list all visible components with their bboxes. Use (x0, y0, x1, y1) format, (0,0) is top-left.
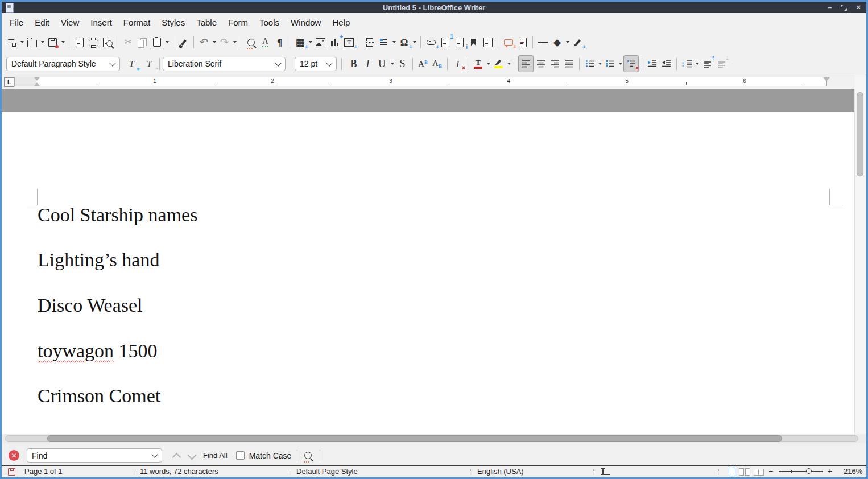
update-style-button[interactable]: T● (125, 56, 139, 72)
show-draw-functions-button[interactable]: + (571, 34, 585, 50)
font-name-combobox[interactable]: Liberation Serif (163, 57, 286, 71)
copy-button[interactable] (135, 34, 150, 50)
page-style-status[interactable]: Default Page Style (296, 467, 358, 476)
underline-dropdown[interactable] (389, 56, 395, 72)
vertical-scrollbar[interactable] (854, 89, 866, 434)
paragraph[interactable]: Lighting’s hand (38, 249, 159, 271)
new-document-dropdown[interactable] (19, 34, 25, 50)
match-case-checkbox[interactable] (236, 451, 245, 460)
redo-dropdown[interactable] (232, 34, 238, 50)
new-style-button[interactable]: T▫ (142, 56, 156, 72)
font-size-combobox[interactable]: 12 pt (295, 57, 337, 71)
new-document-button[interactable] (5, 34, 19, 50)
horizontal-scrollbar[interactable] (2, 434, 866, 443)
first-line-indent-marker[interactable] (34, 77, 40, 81)
find-input[interactable]: Find (27, 448, 162, 463)
cut-button[interactable]: ✂ (121, 34, 135, 50)
find-all-button[interactable]: Find All (203, 451, 228, 460)
horizontal-scrollbar-thumb[interactable] (47, 435, 782, 442)
right-indent-marker[interactable] (823, 77, 830, 81)
line-spacing-button[interactable]: ↕ (680, 56, 694, 72)
insert-endnote-button[interactable]: i (452, 34, 466, 50)
insert-textbox-button[interactable]: T+ (342, 34, 356, 50)
menu-item-styles[interactable]: Styles (156, 15, 191, 30)
tab-stop-selector[interactable]: L (4, 77, 14, 87)
redo-button[interactable]: ↷ (217, 34, 232, 50)
strikethrough-button[interactable]: S (395, 56, 410, 72)
print-button[interactable] (86, 34, 101, 50)
ordered-list-button[interactable] (603, 56, 617, 72)
insert-image-button[interactable] (313, 34, 328, 50)
horizontal-ruler[interactable]: 1 2 3 4 5 6 (14, 77, 827, 86)
find-and-replace-button[interactable] (304, 452, 312, 459)
save-button[interactable] (46, 34, 60, 50)
increase-paragraph-spacing-button[interactable]: ⇡ (700, 56, 714, 72)
zoom-out-button[interactable]: − (768, 466, 773, 476)
menu-item-insert[interactable]: Insert (85, 15, 118, 30)
menu-item-edit[interactable]: Edit (29, 15, 55, 30)
highlight-color-dropdown[interactable] (506, 56, 512, 72)
superscript-button[interactable]: AB (416, 56, 430, 72)
close-find-bar-button[interactable]: ✕ (9, 450, 19, 461)
insert-page-break-button[interactable] (362, 34, 377, 50)
spelling-button[interactable]: A (258, 34, 272, 50)
formatting-marks-button[interactable]: ¶ (272, 34, 287, 50)
zoom-slider-track[interactable] (779, 471, 823, 472)
font-color-button[interactable]: T (471, 56, 485, 72)
ordered-list-dropdown[interactable] (617, 56, 623, 72)
paragraph[interactable]: Crimson Comet (38, 385, 160, 407)
document-area[interactable]: Cool Starship names Lighting’s hand Disc… (2, 89, 866, 434)
book-view-button[interactable] (754, 469, 764, 476)
document-modified-icon[interactable] (8, 468, 15, 476)
subscript-button[interactable]: AB (430, 56, 444, 72)
menu-item-format[interactable]: Format (118, 15, 156, 30)
find-replace-button[interactable] (244, 34, 258, 50)
vertical-scrollbar-thumb[interactable] (857, 92, 863, 176)
decrease-indent-button[interactable] (659, 56, 673, 72)
insert-footnote-button[interactable]: 1 (438, 34, 452, 50)
restore-button[interactable] (841, 5, 847, 11)
open-dropdown[interactable] (39, 34, 46, 50)
left-indent-marker[interactable] (34, 82, 40, 86)
insert-field-dropdown[interactable] (391, 34, 397, 50)
close-button[interactable]: × (856, 2, 861, 13)
align-left-button[interactable] (518, 55, 534, 72)
align-right-button[interactable] (548, 56, 562, 72)
page-number-status[interactable]: Page 1 of 1 (24, 467, 63, 476)
insert-mode-icon[interactable] (602, 468, 604, 475)
menu-item-help[interactable]: Help (326, 15, 356, 30)
insert-comment-button[interactable]: + (501, 34, 515, 50)
font-color-dropdown[interactable] (485, 56, 491, 72)
multi-page-view-button[interactable] (739, 468, 744, 476)
export-pdf-button[interactable] (72, 34, 86, 50)
find-next-button[interactable] (189, 452, 195, 459)
menu-item-window[interactable]: Window (285, 15, 326, 30)
single-page-view-button[interactable] (729, 468, 735, 476)
unordered-list-button[interactable] (582, 56, 597, 72)
zoom-level[interactable]: 216% (844, 467, 862, 476)
zoom-in-button[interactable]: + (828, 466, 832, 476)
track-changes-button[interactable] (515, 34, 530, 50)
no-list-button[interactable]: × (623, 55, 639, 72)
italic-button[interactable]: I (361, 56, 375, 72)
insert-special-character-button[interactable]: Ω+ (397, 34, 411, 50)
paste-button[interactable] (150, 34, 164, 50)
increase-indent-button[interactable] (645, 56, 659, 72)
menu-item-view[interactable]: View (55, 15, 85, 30)
clone-formatting-button[interactable] (176, 34, 191, 50)
language-status[interactable]: English (USA) (477, 467, 524, 476)
highlight-color-button[interactable] (491, 56, 506, 72)
basic-shapes-dropdown[interactable] (564, 34, 571, 50)
insert-chart-button[interactable]: + (328, 34, 342, 50)
zoom-slider-thumb[interactable] (806, 468, 812, 474)
insert-table-button[interactable]: ▦+ (293, 34, 307, 50)
insert-hyperlink-button[interactable]: + (424, 34, 438, 50)
align-justified-button[interactable] (562, 56, 576, 72)
unordered-list-dropdown[interactable] (597, 56, 603, 72)
insert-cross-reference-button[interactable] (481, 34, 495, 50)
underline-button[interactable]: U (375, 56, 389, 72)
undo-dropdown[interactable] (211, 34, 217, 50)
undo-button[interactable]: ↶ (197, 34, 211, 50)
menu-item-form[interactable]: Form (222, 15, 254, 30)
save-dropdown[interactable] (60, 34, 66, 50)
